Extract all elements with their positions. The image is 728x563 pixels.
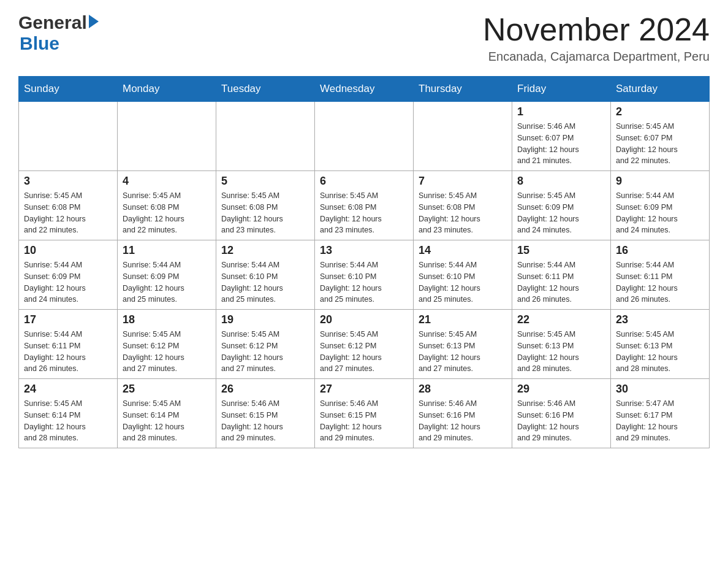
day-number: 8 — [517, 175, 605, 188]
day-info: Sunrise: 5:44 AM Sunset: 6:11 PM Dayligh… — [616, 259, 704, 305]
calendar-cell: 2Sunrise: 5:45 AM Sunset: 6:07 PM Daylig… — [611, 102, 710, 171]
weekday-header-friday: Friday — [512, 77, 611, 102]
day-info: Sunrise: 5:45 AM Sunset: 6:08 PM Dayligh… — [419, 190, 507, 236]
day-info: Sunrise: 5:46 AM Sunset: 6:15 PM Dayligh… — [320, 398, 408, 444]
calendar-cell: 18Sunrise: 5:45 AM Sunset: 6:12 PM Dayli… — [118, 310, 216, 379]
day-number: 11 — [123, 244, 211, 257]
weekday-header-row: SundayMondayTuesdayWednesdayThursdayFrid… — [19, 77, 710, 102]
day-number: 16 — [616, 244, 704, 257]
calendar-cell: 30Sunrise: 5:47 AM Sunset: 6:17 PM Dayli… — [611, 379, 710, 448]
calendar-cell: 7Sunrise: 5:45 AM Sunset: 6:08 PM Daylig… — [414, 171, 512, 240]
calendar-cell — [19, 102, 118, 171]
day-info: Sunrise: 5:46 AM Sunset: 6:07 PM Dayligh… — [517, 121, 605, 167]
day-info: Sunrise: 5:46 AM Sunset: 6:16 PM Dayligh… — [419, 398, 507, 444]
day-number: 1 — [517, 105, 605, 118]
day-info: Sunrise: 5:47 AM Sunset: 6:17 PM Dayligh… — [616, 398, 704, 444]
day-number: 3 — [24, 175, 112, 188]
calendar-cell: 24Sunrise: 5:45 AM Sunset: 6:14 PM Dayli… — [19, 379, 118, 448]
calendar-cell: 15Sunrise: 5:44 AM Sunset: 6:11 PM Dayli… — [512, 240, 611, 310]
calendar-cell: 26Sunrise: 5:46 AM Sunset: 6:15 PM Dayli… — [216, 379, 315, 448]
day-number: 14 — [419, 244, 507, 257]
day-number: 28 — [419, 383, 507, 396]
day-number: 15 — [517, 244, 605, 257]
calendar-cell: 12Sunrise: 5:44 AM Sunset: 6:10 PM Dayli… — [216, 240, 315, 310]
day-info: Sunrise: 5:46 AM Sunset: 6:15 PM Dayligh… — [221, 398, 309, 444]
day-info: Sunrise: 5:45 AM Sunset: 6:12 PM Dayligh… — [320, 329, 408, 375]
calendar-cell: 3Sunrise: 5:45 AM Sunset: 6:08 PM Daylig… — [19, 171, 118, 240]
calendar-table: SundayMondayTuesdayWednesdayThursdayFrid… — [18, 76, 710, 448]
logo-general-text: General — [18, 12, 87, 33]
calendar-cell: 11Sunrise: 5:44 AM Sunset: 6:09 PM Dayli… — [118, 240, 216, 310]
calendar-cell: 6Sunrise: 5:45 AM Sunset: 6:08 PM Daylig… — [315, 171, 414, 240]
month-title: November 2024 — [483, 12, 710, 47]
calendar-cell: 16Sunrise: 5:44 AM Sunset: 6:11 PM Dayli… — [611, 240, 710, 310]
day-number: 21 — [419, 313, 507, 326]
day-info: Sunrise: 5:46 AM Sunset: 6:16 PM Dayligh… — [517, 398, 605, 444]
calendar-cell: 13Sunrise: 5:44 AM Sunset: 6:10 PM Dayli… — [315, 240, 414, 310]
day-number: 27 — [320, 383, 408, 396]
page-header: General Blue November 2024 Encanada, Caj… — [18, 12, 710, 64]
calendar-cell: 23Sunrise: 5:45 AM Sunset: 6:13 PM Dayli… — [611, 310, 710, 379]
day-number: 9 — [616, 175, 704, 188]
day-number: 10 — [24, 244, 112, 257]
day-number: 2 — [616, 105, 704, 118]
title-section: November 2024 Encanada, Cajamarca Depart… — [483, 12, 710, 64]
weekday-header-thursday: Thursday — [414, 77, 512, 102]
logo-arrow-icon — [89, 15, 99, 28]
calendar-cell — [414, 102, 512, 171]
calendar-cell: 14Sunrise: 5:44 AM Sunset: 6:10 PM Dayli… — [414, 240, 512, 310]
day-info: Sunrise: 5:45 AM Sunset: 6:08 PM Dayligh… — [320, 190, 408, 236]
day-number: 26 — [221, 383, 309, 396]
day-number: 22 — [517, 313, 605, 326]
weekday-header-wednesday: Wednesday — [315, 77, 414, 102]
week-row-1: 3Sunrise: 5:45 AM Sunset: 6:08 PM Daylig… — [19, 171, 710, 240]
calendar-cell: 19Sunrise: 5:45 AM Sunset: 6:12 PM Dayli… — [216, 310, 315, 379]
day-info: Sunrise: 5:44 AM Sunset: 6:10 PM Dayligh… — [221, 259, 309, 305]
calendar-cell — [216, 102, 315, 171]
calendar-cell: 4Sunrise: 5:45 AM Sunset: 6:08 PM Daylig… — [118, 171, 216, 240]
day-info: Sunrise: 5:45 AM Sunset: 6:14 PM Dayligh… — [123, 398, 211, 444]
day-number: 7 — [419, 175, 507, 188]
calendar-cell — [315, 102, 414, 171]
location-title: Encanada, Cajamarca Department, Peru — [483, 50, 710, 64]
day-number: 24 — [24, 383, 112, 396]
calendar-cell: 27Sunrise: 5:46 AM Sunset: 6:15 PM Dayli… — [315, 379, 414, 448]
weekday-header-tuesday: Tuesday — [216, 77, 315, 102]
weekday-header-sunday: Sunday — [19, 77, 118, 102]
day-info: Sunrise: 5:44 AM Sunset: 6:09 PM Dayligh… — [24, 259, 112, 305]
calendar-cell: 1Sunrise: 5:46 AM Sunset: 6:07 PM Daylig… — [512, 102, 611, 171]
day-number: 17 — [24, 313, 112, 326]
day-number: 19 — [221, 313, 309, 326]
day-number: 25 — [123, 383, 211, 396]
week-row-4: 24Sunrise: 5:45 AM Sunset: 6:14 PM Dayli… — [19, 379, 710, 448]
day-info: Sunrise: 5:45 AM Sunset: 6:09 PM Dayligh… — [517, 190, 605, 236]
day-number: 12 — [221, 244, 309, 257]
day-info: Sunrise: 5:45 AM Sunset: 6:12 PM Dayligh… — [221, 329, 309, 375]
day-info: Sunrise: 5:45 AM Sunset: 6:07 PM Dayligh… — [616, 121, 704, 167]
calendar-cell: 29Sunrise: 5:46 AM Sunset: 6:16 PM Dayli… — [512, 379, 611, 448]
day-number: 29 — [517, 383, 605, 396]
logo: General Blue — [18, 12, 99, 54]
day-info: Sunrise: 5:45 AM Sunset: 6:14 PM Dayligh… — [24, 398, 112, 444]
day-info: Sunrise: 5:45 AM Sunset: 6:13 PM Dayligh… — [616, 329, 704, 375]
calendar-cell: 5Sunrise: 5:45 AM Sunset: 6:08 PM Daylig… — [216, 171, 315, 240]
day-info: Sunrise: 5:44 AM Sunset: 6:09 PM Dayligh… — [616, 190, 704, 236]
calendar-cell: 25Sunrise: 5:45 AM Sunset: 6:14 PM Dayli… — [118, 379, 216, 448]
day-number: 23 — [616, 313, 704, 326]
weekday-header-monday: Monday — [118, 77, 216, 102]
calendar-cell: 28Sunrise: 5:46 AM Sunset: 6:16 PM Dayli… — [414, 379, 512, 448]
calendar-cell: 17Sunrise: 5:44 AM Sunset: 6:11 PM Dayli… — [19, 310, 118, 379]
day-info: Sunrise: 5:45 AM Sunset: 6:13 PM Dayligh… — [517, 329, 605, 375]
day-info: Sunrise: 5:44 AM Sunset: 6:10 PM Dayligh… — [419, 259, 507, 305]
week-row-0: 1Sunrise: 5:46 AM Sunset: 6:07 PM Daylig… — [19, 102, 710, 171]
calendar-cell: 8Sunrise: 5:45 AM Sunset: 6:09 PM Daylig… — [512, 171, 611, 240]
calendar-cell: 22Sunrise: 5:45 AM Sunset: 6:13 PM Dayli… — [512, 310, 611, 379]
weekday-header-saturday: Saturday — [611, 77, 710, 102]
calendar-cell: 20Sunrise: 5:45 AM Sunset: 6:12 PM Dayli… — [315, 310, 414, 379]
day-info: Sunrise: 5:44 AM Sunset: 6:09 PM Dayligh… — [123, 259, 211, 305]
week-row-3: 17Sunrise: 5:44 AM Sunset: 6:11 PM Dayli… — [19, 310, 710, 379]
day-info: Sunrise: 5:45 AM Sunset: 6:08 PM Dayligh… — [24, 190, 112, 236]
logo-blue-text: Blue — [20, 33, 59, 53]
day-number: 18 — [123, 313, 211, 326]
day-info: Sunrise: 5:45 AM Sunset: 6:12 PM Dayligh… — [123, 329, 211, 375]
